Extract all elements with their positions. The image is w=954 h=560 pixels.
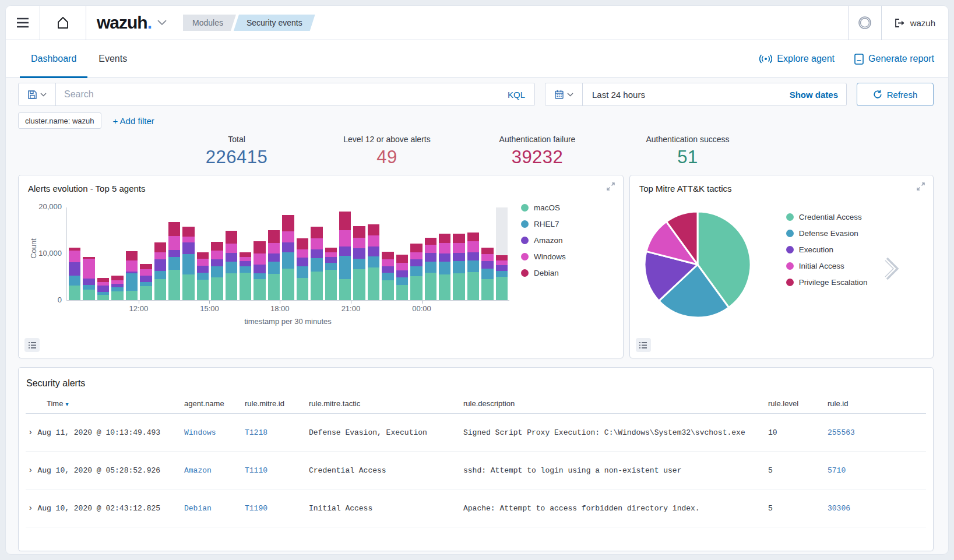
bar-segment-macOS[interactable]: [111, 291, 123, 300]
bar-segment-Windows[interactable]: [282, 231, 294, 242]
stacked-bar[interactable]: [467, 207, 479, 300]
bar-segment-macOS[interactable]: [226, 273, 237, 300]
saved-query-button[interactable]: [19, 83, 56, 105]
bar-segment-macOS[interactable]: [154, 279, 166, 300]
bar-segment-Debian[interactable]: [439, 234, 450, 244]
bar-segment-macOS[interactable]: [282, 269, 294, 300]
bar-segment-Windows[interactable]: [467, 241, 479, 252]
bar-segment-Debian[interactable]: [496, 255, 508, 260]
bar-segment-Amazon[interactable]: [481, 261, 493, 269]
bar-segment-Amazon[interactable]: [396, 270, 408, 277]
bar-segment-macOS[interactable]: [211, 277, 223, 300]
bar-segment-macOS[interactable]: [197, 280, 209, 300]
bar-segment-Windows[interactable]: [325, 252, 337, 258]
stacked-bar[interactable]: [396, 207, 408, 300]
bar-segment-Debian[interactable]: [297, 238, 308, 249]
breadcrumb-security-events[interactable]: Security events: [234, 15, 315, 31]
stacked-bar[interactable]: [211, 207, 223, 300]
bar-segment-macOS[interactable]: [453, 273, 464, 300]
bar-segment-Amazon[interactable]: [425, 253, 436, 261]
bar-segment-Windows[interactable]: [439, 243, 450, 253]
bar-segment-RHEL7[interactable]: [467, 260, 479, 272]
time-range-value[interactable]: Last 24 hours: [583, 90, 781, 100]
cell-agent-name-link[interactable]: Windows: [184, 428, 245, 437]
bar-segment-Amazon[interactable]: [182, 242, 194, 254]
stacked-bar[interactable]: [410, 207, 422, 300]
bar-segment-RHEL7[interactable]: [425, 262, 436, 273]
stacked-bar[interactable]: [140, 207, 152, 300]
expand-icon[interactable]: [606, 182, 615, 191]
bar-segment-Windows[interactable]: [410, 252, 422, 259]
cell-rule-id-link[interactable]: 30306: [828, 504, 926, 513]
wazuh-logo[interactable]: wazuh.: [86, 6, 175, 40]
bar-segment-Amazon[interactable]: [154, 259, 166, 270]
column-rule-description[interactable]: rule.description: [463, 399, 768, 408]
bar-segment-RHEL7[interactable]: [83, 285, 94, 290]
stacked-bar[interactable]: [97, 207, 109, 300]
bar-segment-Windows[interactable]: [368, 235, 379, 246]
bar-segment-Windows[interactable]: [453, 243, 464, 253]
stacked-bar[interactable]: [197, 207, 209, 300]
legend-item[interactable]: Initial Access: [786, 262, 868, 270]
bar-segment-RHEL7[interactable]: [154, 271, 166, 279]
bar-segment-Windows[interactable]: [226, 244, 237, 253]
bar-segment-macOS[interactable]: [311, 272, 322, 300]
row-expand-caret[interactable]: ›: [28, 466, 33, 475]
stacked-bar[interactable]: [69, 207, 80, 300]
refresh-button[interactable]: Refresh: [857, 83, 934, 106]
bar-segment-Windows[interactable]: [168, 236, 180, 250]
next-panel-chevron[interactable]: [885, 256, 900, 281]
bar-segment-RHEL7[interactable]: [453, 261, 464, 273]
legend-item[interactable]: Credential Access: [786, 213, 868, 221]
bar-segment-macOS[interactable]: [168, 270, 180, 300]
bar-segment-Amazon[interactable]: [83, 279, 94, 284]
bar-segment-Windows[interactable]: [69, 251, 80, 262]
bar-segment-Amazon[interactable]: [467, 252, 479, 260]
bar-segment-Windows[interactable]: [126, 260, 138, 272]
cell-rule-id-link[interactable]: 5710: [828, 466, 926, 475]
bar-segment-RHEL7[interactable]: [439, 262, 450, 274]
bar-segment-Debian[interactable]: [396, 255, 408, 263]
bar-segment-Amazon[interactable]: [240, 261, 251, 266]
explore-agent-button[interactable]: Explore agent: [759, 54, 835, 64]
bar-segment-RHEL7[interactable]: [339, 256, 351, 279]
bar-segment-Windows[interactable]: [154, 252, 166, 260]
bar-segment-macOS[interactable]: [126, 291, 138, 300]
show-dates-button[interactable]: Show dates: [781, 90, 846, 100]
stacked-bar[interactable]: [353, 207, 365, 300]
bar-segment-Amazon[interactable]: [297, 258, 308, 266]
bar-segment-Debian[interactable]: [410, 244, 422, 252]
bar-segment-Debian[interactable]: [254, 241, 265, 253]
bar-segment-macOS[interactable]: [325, 270, 337, 300]
bar-segment-Debian[interactable]: [211, 242, 223, 251]
pie-chart[interactable]: [642, 209, 753, 320]
bar-segment-Amazon[interactable]: [325, 257, 337, 263]
bar-segment-macOS[interactable]: [467, 272, 479, 300]
date-quick-select-button[interactable]: [545, 83, 583, 105]
bar-segment-RHEL7[interactable]: [111, 287, 123, 291]
bar-segment-Amazon[interactable]: [197, 266, 209, 273]
stacked-bar[interactable]: [382, 207, 393, 300]
stacked-bar[interactable]: [226, 207, 237, 300]
stacked-bar[interactable]: [268, 207, 280, 300]
kql-button[interactable]: KQL: [498, 90, 534, 100]
cell-agent-name-link[interactable]: Debian: [184, 504, 245, 513]
stacked-bar[interactable]: [311, 207, 322, 300]
tab-events[interactable]: Events: [87, 40, 138, 78]
bar-segment-Debian[interactable]: [240, 252, 251, 256]
breadcrumb-modules[interactable]: Modules: [183, 15, 236, 31]
bar-segment-Amazon[interactable]: [339, 246, 351, 256]
bar-segment-RHEL7[interactable]: [481, 269, 493, 279]
menu-button[interactable]: [6, 6, 40, 40]
bar-segment-macOS[interactable]: [425, 273, 436, 300]
bar-segment-Windows[interactable]: [311, 238, 322, 249]
stacked-bar[interactable]: [453, 207, 464, 300]
bar-segment-RHEL7[interactable]: [382, 273, 393, 281]
bar-segment-Windows[interactable]: [297, 249, 308, 258]
bar-segment-Amazon[interactable]: [282, 242, 294, 253]
column-rule-id[interactable]: rule.id: [828, 399, 926, 408]
bar-segment-RHEL7[interactable]: [410, 266, 422, 276]
legend-item[interactable]: Amazon: [521, 236, 566, 245]
bar-segment-Debian[interactable]: [197, 252, 209, 259]
stacked-bar[interactable]: [325, 207, 337, 300]
